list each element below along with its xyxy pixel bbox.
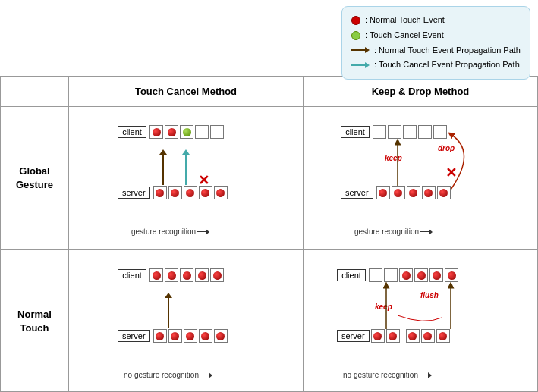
gest-arrow-nt-tcm [200, 372, 212, 378]
cell-gg-kdm: client keep [304, 107, 537, 249]
row-normal-touch: client [69, 250, 537, 392]
row-label-global-gesture: GlobalGesture [1, 107, 69, 250]
cell-nt-kdm: client [304, 250, 537, 392]
server-label-gg-tcm: server [118, 187, 150, 199]
comparison-table: Touch Cancel Method Keep & Drop Method G… [0, 76, 538, 392]
header-keep-drop: Keep & Drop Method [304, 77, 537, 106]
cancel-propagation-arrow [351, 61, 370, 69]
row-labels: GlobalGesture NormalTouch [1, 107, 69, 392]
legend-item-normal-propagation: : Normal Touch Event Propagation Path [351, 43, 521, 58]
legend-label-normal-touch: : Normal Touch Event [365, 13, 445, 28]
gest-arrow-gg-tcm [197, 229, 209, 235]
legend-item-cancel-propagation: : Touch Cancel Event Propagation Path [351, 58, 521, 73]
table-header: Touch Cancel Method Keep & Drop Method [1, 77, 537, 107]
normal-propagation-arrow [351, 46, 370, 54]
server-queue-gg-kdm [376, 186, 451, 199]
header-empty [1, 77, 69, 106]
cell-gg-tcm: client [69, 107, 304, 249]
curved-drop-arrow [333, 118, 508, 239]
server-queue-nt-tcm [153, 329, 228, 343]
legend: : Normal Touch Event : Touch Cancel Even… [341, 6, 530, 80]
server-label-nt-kdm: server [337, 330, 370, 342]
row-label-normal-touch: NormalTouch [1, 250, 69, 392]
legend-label-cancel-touch: : Touch Cancel Event [365, 28, 444, 43]
client-label-nt-tcm: client [118, 269, 146, 281]
legend-label-normal-propagation: : Normal Touch Event Propagation Path [374, 43, 521, 58]
table-body: GlobalGesture NormalTouch client [1, 107, 537, 392]
cell-nt-tcm: client [69, 250, 304, 392]
gest-arrow-nt-kdm [420, 372, 432, 378]
client-label-gg-tcm: client [118, 126, 146, 138]
row-global-gesture: client [69, 107, 537, 250]
client-queue-gg-tcm [149, 125, 224, 139]
server-label-gg-kdm: server [341, 187, 373, 199]
server-queue-right-nt-kdm [406, 329, 450, 343]
server-queue-gg-tcm [153, 186, 228, 199]
legend-label-cancel-propagation: : Touch Cancel Event Propagation Path [374, 58, 520, 73]
cancel-touch-dot [351, 31, 360, 40]
gest-arrow-gg-kdm [420, 229, 433, 235]
client-queue-nt-tcm [149, 268, 224, 282]
server-label-nt-tcm: server [118, 330, 150, 342]
normal-touch-dot [351, 16, 360, 25]
server-queue-left-nt-kdm [371, 329, 400, 343]
legend-item-cancel-touch: : Touch Cancel Event [351, 28, 521, 43]
header-touch-cancel: Touch Cancel Method [69, 77, 304, 106]
arrows-nt-kdm [329, 261, 511, 382]
main-container: : Normal Touch Event : Touch Cancel Even… [0, 0, 538, 392]
data-columns: client [69, 107, 537, 392]
legend-item-normal-touch: : Normal Touch Event [351, 13, 521, 28]
